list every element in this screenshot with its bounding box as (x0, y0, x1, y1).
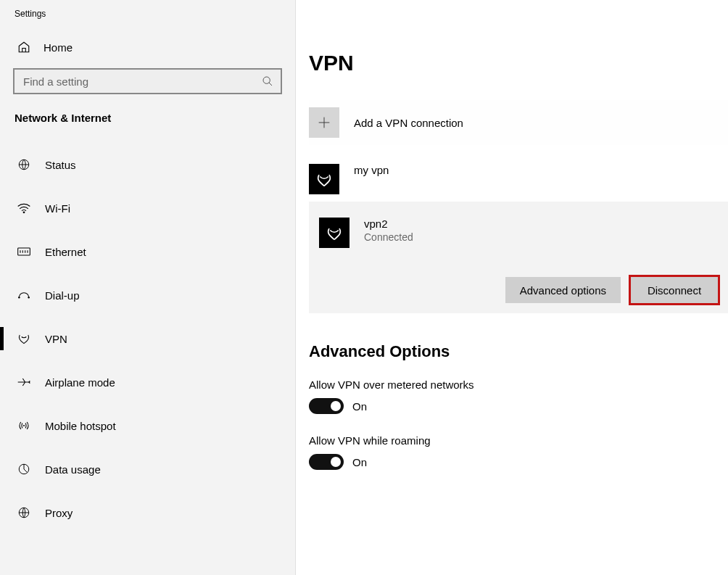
vpn-status: Connected (364, 231, 413, 243)
sidebar-item-label: Ethernet (45, 246, 86, 258)
sidebar-item-label: Proxy (45, 507, 73, 519)
advanced-options-title: Advanced Options (309, 342, 728, 361)
option-label: Allow VPN while roaming (309, 434, 728, 447)
ethernet-icon (16, 244, 32, 260)
svg-point-7 (23, 425, 25, 426)
search-field[interactable] (13, 68, 282, 94)
option-allow-roaming: Allow VPN while roaming On (309, 434, 728, 470)
page-title: VPN (309, 51, 728, 75)
option-allow-metered: Allow VPN over metered networks On (309, 378, 728, 414)
wifi-icon (16, 200, 32, 216)
svg-line-1 (269, 83, 272, 86)
sidebar-item-label: Mobile hotspot (45, 420, 116, 432)
vpn-connection-vpn2[interactable]: vpn2 Connected (319, 212, 718, 255)
proxy-icon (16, 505, 32, 521)
sidebar-item-vpn[interactable]: VPN (0, 317, 295, 360)
vpn-connection-vpn2-block: vpn2 Connected Advanced options Disconne… (309, 202, 728, 313)
toggle-allow-roaming[interactable] (309, 454, 344, 470)
sidebar-item-label: Airplane mode (45, 376, 115, 389)
disconnect-button[interactable]: Disconnect (631, 277, 718, 303)
sidebar-item-status[interactable]: Status (0, 143, 295, 186)
toggle-state: On (352, 456, 367, 468)
vpn-tile-icon (319, 218, 349, 248)
vpn-name: my vpn (354, 164, 389, 176)
sidebar-item-proxy[interactable]: Proxy (0, 491, 295, 534)
sidebar-item-ethernet[interactable]: Ethernet (0, 230, 295, 273)
search-input[interactable] (13, 68, 282, 94)
sidebar: Settings Home Network & Internet Status … (0, 0, 296, 575)
vpn-connection-myvpn[interactable]: my vpn (309, 158, 728, 202)
advanced-options-button[interactable]: Advanced options (505, 277, 621, 303)
airplane-icon (16, 374, 32, 390)
sidebar-item-label: Dial-up (45, 289, 80, 302)
option-label: Allow VPN over metered networks (309, 378, 728, 391)
dialup-icon (16, 287, 32, 303)
add-vpn-connection[interactable]: Add a VPN connection (309, 100, 728, 145)
toggle-allow-metered[interactable] (309, 398, 344, 414)
toggle-state: On (352, 400, 367, 413)
home-nav[interactable]: Home (0, 33, 295, 68)
sidebar-item-label: Data usage (45, 463, 101, 476)
add-vpn-label: Add a VPN connection (354, 117, 463, 129)
plus-icon (309, 107, 339, 138)
sidebar-item-label: Wi-Fi (45, 202, 70, 215)
globe-icon (16, 157, 32, 173)
home-icon (16, 39, 32, 55)
svg-point-6 (28, 297, 29, 299)
svg-rect-4 (18, 248, 30, 255)
sidebar-item-label: Status (45, 159, 76, 171)
category-title: Network & Internet (0, 112, 295, 143)
sidebar-item-wifi[interactable]: Wi-Fi (0, 186, 295, 230)
search-icon (262, 75, 273, 87)
svg-point-3 (23, 212, 25, 213)
data-usage-icon (16, 461, 32, 477)
sidebar-item-label: VPN (45, 333, 67, 345)
home-label: Home (44, 41, 73, 54)
main-panel: VPN Add a VPN connection my vpn vpn2 Con… (296, 0, 728, 575)
sidebar-item-data-usage[interactable]: Data usage (0, 447, 295, 491)
svg-point-5 (18, 297, 20, 299)
svg-point-0 (263, 77, 270, 83)
vpn-name: vpn2 (364, 218, 413, 230)
hotspot-icon (16, 418, 32, 434)
sidebar-item-dialup[interactable]: Dial-up (0, 273, 295, 317)
vpn-tile-icon (309, 164, 339, 194)
sidebar-item-airplane[interactable]: Airplane mode (0, 360, 295, 404)
sidebar-item-hotspot[interactable]: Mobile hotspot (0, 404, 295, 447)
app-title: Settings (0, 6, 295, 33)
vpn-icon (16, 331, 32, 347)
